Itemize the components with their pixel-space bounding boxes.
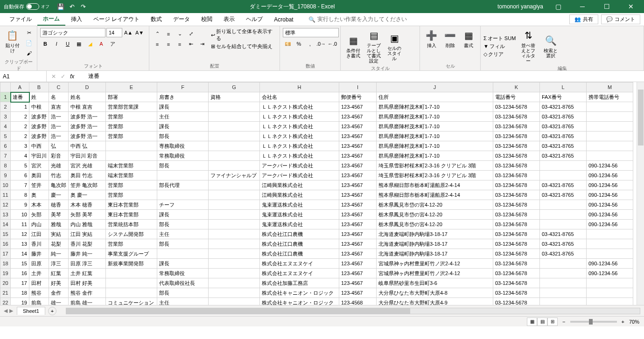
- cell[interactable]: 光雄: [49, 161, 69, 171]
- cell[interactable]: 03-1234-5678: [493, 229, 540, 239]
- cell[interactable]: 9: [11, 200, 29, 210]
- row-header[interactable]: 8: [0, 161, 11, 171]
- col-header[interactable]: E: [106, 83, 157, 92]
- cell[interactable]: 090-1234-56: [587, 259, 633, 269]
- cell[interactable]: 123-4567: [339, 131, 377, 141]
- cell[interactable]: 株式会社江口農機: [260, 229, 339, 239]
- cell[interactable]: 部長: [157, 131, 209, 141]
- cell[interactable]: 123-4567: [339, 122, 377, 131]
- autosave-toggle[interactable]: 自動保存 オフ: [4, 3, 49, 10]
- cell[interactable]: 専務取締役: [157, 141, 209, 151]
- cell[interactable]: 17: [11, 278, 29, 288]
- cell[interactable]: 部長: [157, 288, 209, 298]
- cell[interactable]: 090-1234-56: [587, 269, 633, 278]
- copy-icon[interactable]: 📄: [24, 38, 34, 48]
- cell[interactable]: 郵便番号: [339, 92, 377, 102]
- cell[interactable]: 奥: [29, 190, 49, 200]
- cell[interactable]: 主任: [157, 298, 209, 305]
- cell[interactable]: 090-1234-56: [587, 161, 633, 171]
- col-header[interactable]: C: [49, 83, 69, 92]
- cell[interactable]: 宮城県神ヶ内村豊里町竹ノ沢2-4-12: [377, 259, 493, 269]
- tab-layout[interactable]: ページ レイアウト: [88, 14, 145, 25]
- cell[interactable]: 03-4321-8765: [540, 190, 587, 200]
- undo-icon[interactable]: ↶: [68, 3, 76, 10]
- cell[interactable]: 波多野: [29, 112, 49, 122]
- cell[interactable]: 03-1234-5678: [493, 239, 540, 249]
- cell[interactable]: 営業部: [106, 239, 157, 249]
- cell[interactable]: 123-4567: [339, 249, 377, 259]
- page-break-view-icon[interactable]: ⊞: [547, 318, 558, 326]
- cell[interactable]: 123-4567: [339, 171, 377, 180]
- cell[interactable]: 課長: [157, 210, 209, 220]
- cell[interactable]: 14: [11, 249, 29, 259]
- cell[interactable]: 群馬県磨陣村茂木町1-7-10: [377, 102, 493, 112]
- zoom-in-icon[interactable]: +: [622, 319, 624, 325]
- ribbon-options-icon[interactable]: ▢: [549, 3, 567, 10]
- cell[interactable]: 大分県ひなた市大野町大原4-8: [377, 288, 493, 298]
- cell[interactable]: 123-4567: [339, 239, 377, 249]
- cell[interactable]: 内山: [29, 220, 49, 229]
- cell[interactable]: 紅葉: [49, 269, 69, 278]
- cell[interactable]: 栃木県鳳見市岱の宮4-12-20: [377, 200, 493, 210]
- tab-insert[interactable]: 挿入: [65, 14, 88, 25]
- cell[interactable]: 123-4567: [339, 151, 377, 161]
- cell[interactable]: 03-1234-5678: [493, 112, 540, 122]
- cell[interactable]: 03-4321-8765: [540, 112, 587, 122]
- cell[interactable]: 15: [11, 259, 29, 269]
- underline-icon[interactable]: U: [63, 39, 73, 48]
- cell[interactable]: 7: [11, 180, 29, 190]
- insert-cells-button[interactable]: ➕挿入: [423, 28, 441, 49]
- cell[interactable]: [587, 112, 633, 122]
- cell[interactable]: [157, 190, 209, 200]
- increase-font-icon[interactable]: A▲: [123, 28, 133, 37]
- cell[interactable]: 03-1234-5678: [493, 220, 540, 229]
- cell[interactable]: 123-4568: [339, 298, 377, 305]
- cell[interactable]: 中根 直吉: [69, 102, 106, 112]
- cell[interactable]: 2: [11, 131, 29, 141]
- cell[interactable]: アークバード株式会社: [260, 171, 339, 180]
- cell[interactable]: 鬼束運送株式会社: [260, 210, 339, 220]
- row-header[interactable]: 21: [0, 288, 11, 298]
- cell[interactable]: 香川 花梨: [69, 239, 106, 249]
- cell[interactable]: [209, 278, 260, 288]
- cell[interactable]: 端末営業部: [106, 171, 157, 180]
- cell[interactable]: [209, 288, 260, 298]
- cell[interactable]: [106, 278, 157, 288]
- cell[interactable]: [540, 161, 587, 171]
- cell[interactable]: 大分県ひなた市大野町大原4-9: [377, 298, 493, 305]
- cell[interactable]: 営業統括本部: [106, 220, 157, 229]
- zoom-out-icon[interactable]: −: [562, 319, 565, 325]
- cell[interactable]: 部長: [157, 161, 209, 171]
- cell[interactable]: [106, 288, 157, 298]
- cell[interactable]: 竹志: [49, 171, 69, 180]
- cell[interactable]: 雅哉: [49, 220, 69, 229]
- cell[interactable]: 株式会社加藤工務店: [260, 278, 339, 288]
- cell[interactable]: [106, 151, 157, 161]
- format-as-table-button[interactable]: ▤テーブルとして書式設定: [364, 28, 384, 64]
- cell[interactable]: 6: [11, 171, 29, 180]
- cell[interactable]: 淳三: [49, 259, 69, 269]
- cell[interactable]: [540, 200, 587, 210]
- cell[interactable]: 課長: [157, 102, 209, 112]
- cell[interactable]: 営業部: [106, 131, 157, 141]
- col-header[interactable]: L: [540, 83, 587, 92]
- wrap-text-button[interactable]: ↩折り返して全体を表示する: [211, 28, 277, 42]
- cell[interactable]: 電話番号: [493, 92, 540, 102]
- cell[interactable]: 090-1234-56: [587, 190, 633, 200]
- cell[interactable]: 金作: [49, 288, 69, 298]
- cell[interactable]: 土井 紅葉: [69, 269, 106, 278]
- comment-button[interactable]: 💬コメント: [601, 14, 640, 24]
- orientation-icon[interactable]: ⤢: [186, 29, 196, 39]
- cell[interactable]: 直吉: [49, 102, 69, 112]
- cell[interactable]: 資格: [209, 92, 260, 102]
- cell[interactable]: 19: [11, 298, 29, 305]
- cell[interactable]: [209, 131, 260, 141]
- cell[interactable]: 123-4567: [339, 102, 377, 112]
- cell[interactable]: 住所: [377, 92, 493, 102]
- row-header[interactable]: 17: [0, 249, 11, 259]
- cell[interactable]: 03-1234-5678: [493, 102, 540, 112]
- cell[interactable]: 12: [11, 229, 29, 239]
- cell[interactable]: 群馬県磨陣村茂木町1-7-10: [377, 122, 493, 131]
- row-header[interactable]: 9: [0, 171, 11, 180]
- vertical-scrollbar[interactable]: [637, 82, 644, 305]
